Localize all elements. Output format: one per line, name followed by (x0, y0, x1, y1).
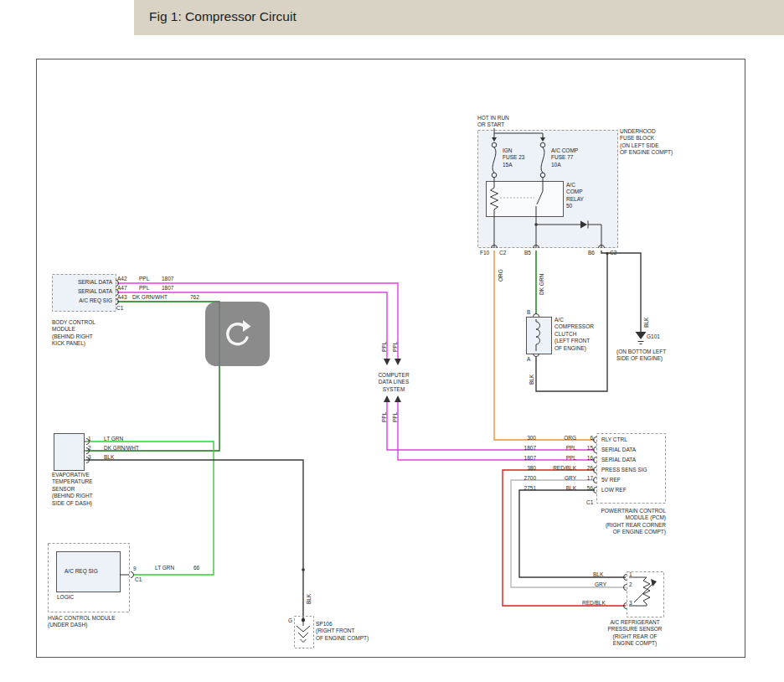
pcm-signal-3: PRESS SENS SIG (601, 467, 647, 473)
evap-color-1: DK GRN/WHT (104, 445, 139, 452)
pcm-connector: C1 (586, 499, 593, 506)
refresh-overlay-button[interactable] (205, 302, 270, 366)
bcm-signal-0: SERIAL DATA (54, 279, 112, 286)
bcm-connector: C1 (116, 305, 123, 312)
pcm-color-2: PPL (541, 455, 576, 462)
fuse-23-label: IGN FUSE 23 15A (503, 147, 524, 168)
psensor-title: A/C REFRIGERANT PRESSURE SENSOR (RIGHT R… (596, 619, 673, 648)
pcm-pin-3: 26 (580, 465, 593, 472)
sp106-g: G (288, 617, 292, 624)
sp106-ground-symbol (295, 568, 314, 648)
clutch-pin-a: A (527, 356, 530, 363)
pressure-sensor-pins (624, 575, 627, 609)
wire-label-ppl-4: PPL (392, 412, 399, 422)
pcm-pin-1: 15 (580, 445, 593, 452)
wire-label-dk-grn: DK GRN (539, 274, 545, 295)
bcm-signal-2: A/C REQ SIG (54, 297, 112, 304)
wire-label-org: ORG (498, 269, 504, 282)
hvac-connector: C1 (135, 576, 142, 583)
pcm-pin-2: 16 (580, 455, 593, 462)
pcm-signal-4: 5V REF (601, 477, 621, 483)
pcm-signal-2: SERIAL DATA (601, 457, 636, 463)
bcm-color-1: PPL (139, 285, 149, 292)
pcm-signal-1: SERIAL DATA (601, 447, 636, 453)
wire-ppl-pcm15 (387, 402, 595, 450)
connector-c2-left: C2 (499, 250, 506, 256)
fuse-block-title: UNDERHOOD FUSE BLOCK (ON LEFT SIDE OF EN… (620, 128, 673, 157)
wire-label-ppl-3: PPL (381, 412, 388, 422)
pcm-connector-pins (594, 437, 597, 493)
pcm-color-0: ORG (541, 435, 576, 442)
bcm-pin-2: A43 (117, 294, 127, 301)
evap-pin-2: 3 (88, 454, 91, 461)
pin-b6: B6 (588, 250, 595, 256)
g101-ground-symbol (636, 332, 647, 344)
hvac-signal: A/C REQ SIG (64, 568, 98, 575)
pcm-circuit-4: 2700 (513, 475, 536, 482)
refresh-icon (219, 316, 256, 353)
junction-dot (606, 252, 608, 255)
pcm-circuit-1: 1807 (513, 445, 536, 452)
pcm-color-5: BLK (541, 485, 576, 492)
psensor-pin-2: 3 (629, 600, 632, 607)
hvac-title: HVAC CONTROL MODULE (UNDER DASH) (48, 615, 116, 629)
evap-title: EVAPORATIVE TEMPERATURE SENSOR (BEHIND R… (52, 472, 93, 507)
evap-pin-0: 1 (88, 436, 91, 442)
connector-c2-right: C2 (610, 250, 616, 256)
hvac-circuit: 66 (193, 565, 199, 571)
pcm-pin-4: 17 (580, 475, 593, 482)
wire-blk-to-sp106 (86, 460, 303, 618)
clutch-pin-b: B (527, 309, 530, 316)
hot-feed-label: HOT IN RUN OR START (477, 115, 509, 129)
bcm-signal-1: SERIAL DATA (54, 288, 112, 295)
wire-label-ppl-1: PPL (381, 342, 388, 352)
bcm-pin-0: A42 (117, 276, 127, 282)
pin-f10: F10 (480, 250, 489, 256)
psensor-pin-0: 1 (629, 571, 632, 578)
g101-location: (ON BOTTOM LEFT SIDE OF ENGINE) (616, 349, 666, 363)
pcm-circuit-0: 300 (513, 435, 536, 442)
wire-dk-grn-wht (86, 302, 219, 451)
bcm-circuit-0: 1807 (162, 276, 173, 282)
pcm-signal-5: LOW REF (601, 487, 627, 493)
evap-sensor-box (54, 434, 85, 471)
bcm-circuit-2: 762 (190, 294, 199, 301)
hvac-connector-pin (120, 572, 134, 578)
wire-label-blk-g101: BLK (643, 318, 650, 328)
pcm-circuit-5: 2751 (513, 485, 536, 492)
sp106-label: SP106 (RIGHT FRONT OF ENGINE COMPT) (316, 621, 369, 642)
bcm-circuit-1: 1807 (162, 285, 173, 292)
wire-label-blk-sp106: BLK (306, 594, 312, 604)
wire-label-blk-clutch: BLK (529, 375, 535, 385)
psensor-color-2: RED/BLK (582, 600, 606, 607)
relay-box (487, 182, 564, 217)
evap-color-2: BLK (104, 454, 114, 461)
clutch-title: A/C COMPRESSOR CLUTCH (LEFT FRONT OF ENG… (554, 317, 594, 352)
pcm-color-1: PPL (541, 445, 576, 452)
evap-pin-1: 2 (88, 445, 91, 452)
pcm-pin-0: 6 (580, 435, 593, 442)
pcm-title: POWERTRAIN CONTROL MODULE (PCM) (RIGHT R… (544, 508, 666, 536)
data-lines-title: COMPUTER DATA LINES SYSTEM (372, 372, 415, 393)
hvac-pin-9: 9 (133, 566, 137, 572)
bcm-title: BODY CONTROL MODULE (BEHIND RIGHT KICK P… (52, 319, 95, 348)
bcm-color-2: DK GRN/WHT (132, 294, 168, 301)
evap-color-0: LT GRN (104, 436, 123, 442)
hvac-wire-color: LT GRN (155, 565, 174, 571)
g101-name: G101 (647, 333, 660, 340)
bcm-color-0: PPL (139, 276, 149, 282)
pcm-pin-5: 56 (580, 485, 593, 492)
psensor-color-1: GRY (595, 581, 606, 588)
relay-label: A/C COMP RELAY 50 (566, 182, 584, 210)
pressure-sensor-resistor (629, 577, 657, 606)
pcm-color-3: RED/BLK (541, 465, 576, 472)
fuse-77-label: A/C COMP FUSE 77 10A (551, 147, 578, 168)
psensor-color-0: BLK (593, 571, 603, 578)
pcm-circuit-2: 1807 (513, 455, 536, 462)
pcm-signal-0: RLY CTRL (601, 437, 627, 443)
pcm-color-4: GRY (541, 475, 576, 482)
bcm-pin-1: A47 (117, 285, 127, 292)
pin-b5: B5 (524, 250, 531, 256)
psensor-pin-1: 2 (629, 581, 632, 588)
wire-label-ppl-2: PPL (392, 342, 399, 352)
